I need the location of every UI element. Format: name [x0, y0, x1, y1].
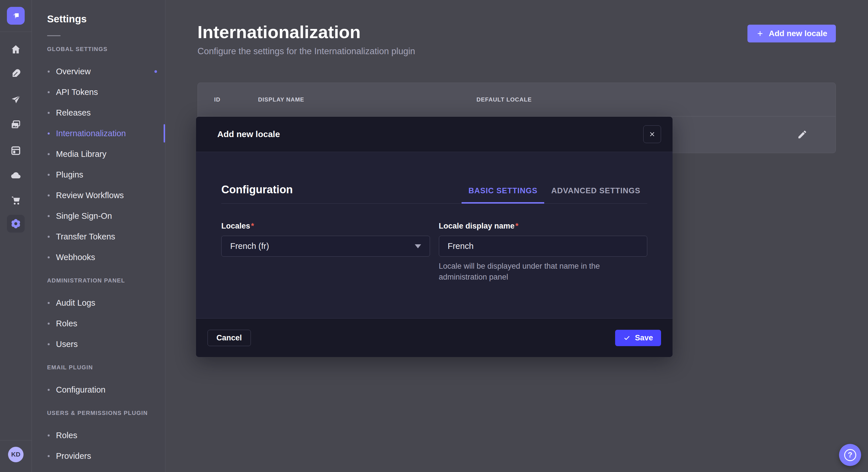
- sidebar-title-rule: [47, 35, 61, 36]
- help-button[interactable]: ?: [839, 444, 861, 466]
- bullet-icon: [48, 434, 50, 436]
- sidebar-item-media-library[interactable]: Media Library: [47, 144, 165, 164]
- locales-label: Locales*: [221, 222, 430, 231]
- strapi-logo-icon: [10, 10, 22, 22]
- locales-select-value: French (fr): [230, 241, 269, 251]
- bullet-icon: [48, 194, 50, 196]
- content-manager-layout-icon[interactable]: [0, 145, 32, 156]
- sidebar-item-admin-roles[interactable]: Roles: [47, 313, 165, 334]
- settings-tabs: BASIC SETTINGS ADVANCED SETTINGS: [462, 187, 647, 204]
- chevron-down-icon: [415, 244, 421, 248]
- bullet-icon: [48, 236, 50, 238]
- configuration-title: Configuration: [221, 183, 293, 196]
- settings-gear-icon[interactable]: [7, 215, 25, 233]
- configuration-header-row: Configuration BASIC SETTINGS ADVANCED SE…: [221, 152, 647, 204]
- page-header: Internationalization Configure the setti…: [166, 0, 868, 57]
- modal-body: Configuration BASIC SETTINGS ADVANCED SE…: [196, 152, 673, 282]
- add-new-locale-button[interactable]: Add new locale: [747, 25, 836, 42]
- sidebar-item-internationalization[interactable]: Internationalization: [47, 123, 165, 144]
- column-header-display-name: DISPLAY NAME: [258, 96, 476, 103]
- cancel-button[interactable]: Cancel: [208, 330, 251, 346]
- locales-field: Locales* French (fr): [221, 222, 430, 282]
- bullet-icon: [48, 215, 50, 217]
- bullet-icon: [48, 133, 50, 134]
- sidebar-item-audit-logs[interactable]: Audit Logs: [47, 293, 165, 313]
- sidebar-item-up-roles[interactable]: Roles: [47, 425, 165, 446]
- close-icon: [648, 131, 656, 138]
- form-fields-row: Locales* French (fr) Locale display name…: [221, 222, 647, 282]
- sidebar-item-webhooks[interactable]: Webhooks: [47, 247, 165, 268]
- bullet-icon: [48, 256, 50, 258]
- modal-title: Add new locale: [217, 129, 280, 139]
- section-label-administration-panel: ADMINISTRATION PANEL: [47, 277, 165, 284]
- bullet-icon: [48, 153, 50, 155]
- bullet-icon: [48, 91, 50, 93]
- sidebar-item-transfer-tokens[interactable]: Transfer Tokens: [47, 226, 165, 247]
- media-library-icon[interactable]: [0, 119, 32, 131]
- sidebar-item-email-configuration[interactable]: Configuration: [47, 379, 165, 400]
- bullet-icon: [48, 389, 50, 391]
- modal-close-button[interactable]: [643, 125, 661, 143]
- sidebar-item-single-sign-on[interactable]: Single Sign-On: [47, 206, 165, 226]
- bullet-icon: [48, 302, 50, 304]
- strapi-logo[interactable]: [7, 7, 25, 25]
- section-label-users-permissions-plugin: USERS & PERMISSIONS PLUGIN: [47, 409, 165, 416]
- column-header-id: ID: [214, 96, 258, 103]
- sidebar-item-users[interactable]: Users: [47, 334, 165, 355]
- edit-locale-button[interactable]: [797, 129, 807, 140]
- display-name-hint: Locale will be displayed under that name…: [439, 261, 648, 282]
- icon-rail: KD: [0, 0, 32, 472]
- modal-header: Add new locale: [196, 117, 673, 152]
- check-icon: [623, 334, 631, 341]
- save-button[interactable]: Save: [615, 330, 661, 346]
- home-icon[interactable]: [0, 43, 32, 55]
- sidebar-item-api-tokens[interactable]: API Tokens: [47, 82, 165, 102]
- bullet-icon: [48, 71, 50, 72]
- settings-sidebar: Settings GLOBAL SETTINGS Overview API To…: [32, 0, 165, 472]
- bullet-icon: [48, 112, 50, 114]
- cloud-icon[interactable]: [0, 169, 32, 181]
- marketplace-cart-icon[interactable]: [0, 195, 32, 206]
- section-label-email-plugin: EMAIL PLUGIN: [47, 364, 165, 371]
- rail-divider: [0, 32, 32, 32]
- rail-bottom-divider: [0, 440, 32, 440]
- pencil-icon: [797, 129, 807, 140]
- plus-icon: [756, 30, 764, 38]
- bullet-icon: [48, 174, 50, 176]
- add-new-locale-modal: Add new locale Configuration BASIC SETTI…: [196, 117, 673, 357]
- table-header-row: ID DISPLAY NAME DEFAULT LOCALE: [198, 83, 836, 116]
- sidebar-item-plugins[interactable]: Plugins: [47, 164, 165, 185]
- tab-advanced-settings[interactable]: ADVANCED SETTINGS: [544, 187, 647, 204]
- user-avatar[interactable]: KD: [8, 447, 24, 462]
- required-asterisk: *: [251, 222, 254, 230]
- notification-dot: [154, 70, 157, 73]
- column-header-default-locale: DEFAULT LOCALE: [476, 96, 836, 103]
- page-title: Internationalization: [197, 21, 836, 43]
- required-asterisk: *: [516, 222, 519, 230]
- sidebar-item-review-workflows[interactable]: Review Workflows: [47, 185, 165, 206]
- bullet-icon: [48, 343, 50, 345]
- modal-footer: Cancel Save: [196, 318, 673, 357]
- display-name-input[interactable]: [439, 236, 648, 257]
- bullet-icon: [48, 455, 50, 457]
- section-label-global-settings: GLOBAL SETTINGS: [47, 45, 165, 53]
- deploy-send-icon[interactable]: [0, 94, 32, 106]
- page-subtitle: Configure the settings for the Internati…: [197, 46, 836, 57]
- locales-select[interactable]: French (fr): [221, 236, 430, 257]
- sidebar-item-overview[interactable]: Overview: [47, 61, 165, 82]
- sidebar-title: Settings: [47, 12, 165, 25]
- display-name-label: Locale display name*: [439, 222, 648, 231]
- active-indicator-bar: [164, 124, 165, 142]
- tab-basic-settings[interactable]: BASIC SETTINGS: [462, 187, 545, 204]
- sidebar-item-providers[interactable]: Providers: [47, 446, 165, 466]
- question-mark-icon: ?: [844, 449, 856, 461]
- avatar-initials: KD: [11, 451, 20, 458]
- display-name-field: Locale display name* Locale will be disp…: [439, 222, 648, 282]
- content-feather-icon[interactable]: [0, 68, 32, 79]
- sidebar-item-releases[interactable]: Releases: [47, 102, 165, 123]
- bullet-icon: [48, 323, 50, 325]
